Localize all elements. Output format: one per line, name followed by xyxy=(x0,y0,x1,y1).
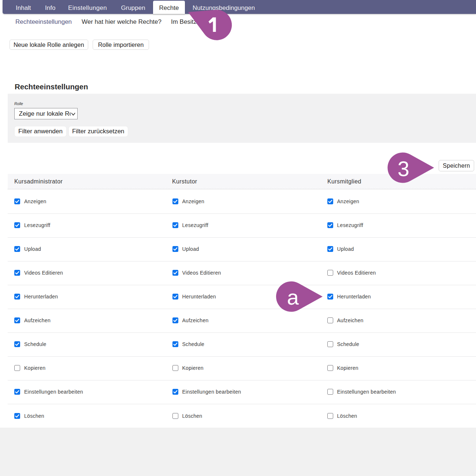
svg-text:3: 3 xyxy=(398,157,409,181)
svg-text:a: a xyxy=(287,285,299,309)
